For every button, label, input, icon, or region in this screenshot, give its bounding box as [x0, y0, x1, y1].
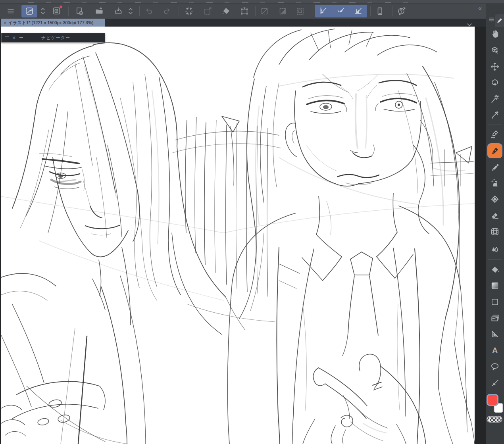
deselect-button[interactable]: [258, 5, 271, 17]
square-icon: [490, 297, 500, 307]
eraser-icon: [490, 211, 500, 220]
save-options-button[interactable]: [127, 5, 135, 17]
tool-watercolor[interactable]: [488, 242, 502, 256]
navigator-close-button[interactable]: ✕: [10, 34, 17, 41]
clear-outside-selection-button[interactable]: [201, 5, 215, 17]
tool-text[interactable]: A: [488, 344, 502, 357]
new-document-icon: [75, 6, 84, 16]
snap-to-special-ruler-button[interactable]: [332, 5, 350, 17]
move-arrows-icon: [490, 62, 500, 71]
deselect-icon: [260, 6, 269, 16]
tool-blend[interactable]: [488, 225, 502, 238]
paint-bucket-icon: [490, 265, 500, 274]
tool-line-correction[interactable]: [488, 376, 502, 390]
toolbar-separator: [312, 6, 312, 16]
current-tool-button[interactable]: [21, 5, 37, 17]
tool-pan[interactable]: [488, 27, 502, 40]
tool-gradient[interactable]: [488, 279, 502, 292]
cube-cursor-icon: [490, 45, 500, 55]
snap-special-ruler-icon: [336, 6, 346, 16]
airbrush-icon: [490, 178, 500, 188]
set-square-icon: [490, 329, 500, 339]
document-tab-title: イラスト1* (1221 x 1500px 300dpi 177.3%): [8, 20, 93, 26]
command-bar: [0, 4, 486, 19]
expander-chevrons-icon: [40, 7, 46, 15]
tool-layer-move[interactable]: [488, 60, 502, 73]
tool-curve-pen[interactable]: [488, 127, 502, 141]
tool-airbrush[interactable]: [488, 176, 502, 190]
help-button[interactable]: [395, 5, 408, 17]
tool-pen[interactable]: [487, 143, 502, 158]
toolbar-expand-button[interactable]: [39, 5, 47, 17]
tool-frame-border[interactable]: [488, 311, 502, 325]
navigator-minimize-button[interactable]: [17, 34, 25, 41]
redo-button[interactable]: [160, 5, 174, 17]
gradient-icon: [490, 281, 500, 290]
invert-selection-button[interactable]: [276, 5, 290, 17]
toolbar-separator: [139, 6, 140, 16]
tool-object[interactable]: [488, 43, 502, 57]
canvas[interactable]: [1, 27, 475, 444]
pen-in-square-icon: [25, 7, 34, 15]
correction-arrow-icon: [490, 378, 500, 388]
hamburger-icon: [489, 17, 494, 21]
marker-icon: [490, 162, 500, 172]
expand-selection-icon: [296, 6, 305, 16]
help-bubble-icon: [396, 6, 407, 16]
navigator-menu-button[interactable]: [3, 34, 10, 41]
tool-palette-tab[interactable]: [495, 14, 504, 27]
expand-selection-button[interactable]: [294, 5, 307, 17]
snap-to-ruler-button[interactable]: [315, 5, 332, 17]
fill-button[interactable]: [219, 5, 233, 17]
clear-button[interactable]: [182, 5, 196, 17]
tool-balloon[interactable]: [488, 360, 502, 373]
tool-eraser[interactable]: [488, 209, 502, 222]
tool-eyedropper[interactable]: [488, 108, 502, 122]
expander-chevrons-icon: [127, 7, 134, 15]
navigator-panel-title: ナビゲーター: [41, 35, 70, 41]
open-file-button[interactable]: [92, 5, 106, 17]
tool-fill[interactable]: [488, 263, 502, 276]
tool-auto-select[interactable]: [488, 92, 502, 106]
paint-bucket-icon: [221, 6, 231, 16]
transform-box-icon: [240, 6, 249, 16]
menu-bar-clipped: [0, 0, 504, 4]
burst-icon: [184, 6, 194, 16]
panel-collapse-button[interactable]: «: [478, 5, 482, 12]
water-drops-icon: [490, 244, 500, 254]
snap-to-grid-button[interactable]: [350, 5, 367, 17]
clip-studio-paint-window: { "document_tab": { "title": "イラスト1* (12…: [0, 0, 504, 444]
save-button[interactable]: [112, 5, 125, 17]
chevron-down-icon: [467, 23, 472, 27]
tool-selection[interactable]: [488, 76, 502, 89]
foreground-color-swatch[interactable]: [487, 394, 498, 406]
transform-button[interactable]: [238, 5, 251, 17]
text-tool-glyph: A: [492, 346, 498, 355]
undo-button[interactable]: [142, 5, 156, 17]
tool-decoration[interactable]: [488, 192, 502, 206]
clip-studio-button[interactable]: [50, 5, 63, 17]
modified-indicator-dot: [4, 22, 6, 24]
main-menu-button[interactable]: [4, 5, 17, 17]
lattice-icon: [490, 194, 500, 204]
companion-mode-button[interactable]: [373, 5, 387, 17]
new-canvas-button[interactable]: [73, 5, 86, 17]
toolbar-separator: [179, 6, 179, 16]
tool-palette-menu-button[interactable]: [489, 16, 494, 23]
save-icon: [113, 6, 123, 16]
notification-badge: [60, 6, 62, 8]
tool-ruler[interactable]: [488, 327, 502, 341]
minimize-icon: [19, 37, 23, 38]
tool-brush[interactable]: [488, 160, 502, 174]
document-tab-bar: イラスト1* (1221 x 1500px 300dpi 177.3%): [0, 19, 486, 27]
tool-figure[interactable]: [488, 295, 502, 309]
transparent-color-swatch[interactable]: [487, 416, 502, 423]
snap-grid-icon: [354, 6, 363, 16]
hamburger-icon: [6, 7, 15, 15]
tool-separator: [488, 259, 502, 260]
snap-ruler-icon: [319, 6, 328, 16]
snap-button-group: [315, 5, 367, 17]
pen-icon: [496, 17, 503, 24]
navigator-panel: ✕ ナビゲーター: [1, 33, 105, 42]
document-tab[interactable]: イラスト1* (1221 x 1500px 300dpi 177.3%): [1, 19, 105, 27]
